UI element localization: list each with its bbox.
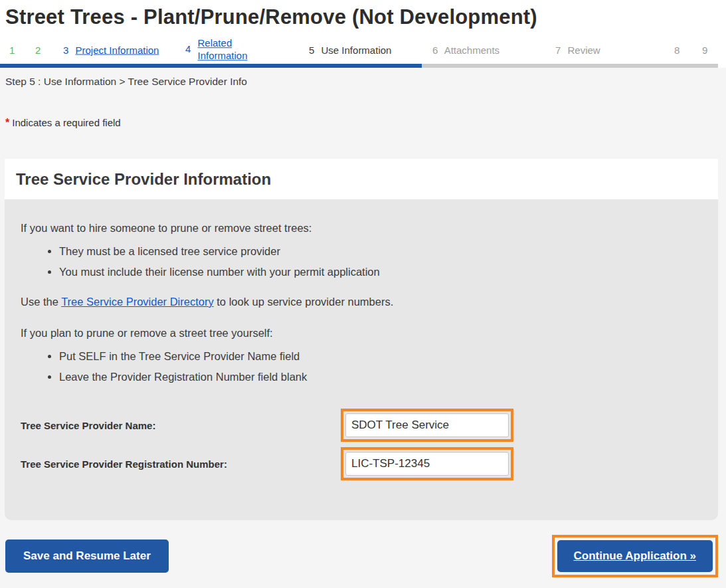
step-7-number: 7 [555, 45, 561, 56]
registration-number-row: Tree Service Provider Registration Numbe… [21, 447, 702, 480]
required-note-text: Indicates a required field [12, 117, 120, 128]
continue-application-button[interactable]: Continue Application » [557, 540, 713, 572]
step-3-number: 3 [63, 45, 68, 56]
required-field-note: *Indicates a required field [0, 88, 726, 129]
required-asterisk: * [5, 117, 9, 128]
list-item: You must include their license number wi… [59, 266, 702, 278]
registration-number-input[interactable] [345, 452, 509, 476]
continue-highlight-box: Continue Application » [552, 535, 718, 577]
provider-name-input[interactable] [345, 413, 509, 437]
page-header: Street Trees - Plant/Prune/Remove (Not D… [0, 0, 726, 68]
step-4-number: 4 [185, 43, 191, 54]
step-4-related-information: 4 Related Information [185, 37, 252, 62]
step-6-number: 6 [432, 45, 438, 56]
step-4-link[interactable]: Related Information [198, 37, 252, 62]
step-5-use-information: 5 Use Information [309, 45, 391, 56]
registration-number-label: Tree Service Provider Registration Numbe… [21, 458, 341, 470]
step-2: 2 [35, 45, 45, 56]
action-bar: Save and Resume Later Continue Applicati… [5, 535, 718, 577]
hire-bullet-list: They must be a licensed tree service pro… [21, 245, 702, 278]
step-7-label: Review [568, 45, 600, 56]
step-6-attachments: 6 Attachments [432, 45, 499, 56]
step-6-label: Attachments [444, 45, 499, 56]
step-1-number: 1 [9, 45, 15, 56]
step-8: 8 [674, 45, 683, 56]
intro-hire-text: If you want to hire someone to prune or … [21, 222, 702, 235]
step-2-number: 2 [35, 45, 41, 56]
save-and-resume-button[interactable]: Save and Resume Later [5, 539, 169, 573]
step-7-review: 7 Review [555, 45, 600, 56]
form-fields: Tree Service Provider Name: Tree Service… [21, 409, 702, 480]
step-3-project-information: 3 Project Information [63, 45, 159, 56]
step-9-number: 9 [702, 45, 707, 56]
step-5-label: Use Information [321, 45, 392, 56]
panel-title: Tree Service Provider Information [16, 170, 707, 189]
list-item: Leave the Provider Registration Number f… [59, 371, 702, 383]
directory-line-suffix: to look up service provider numbers. [214, 296, 394, 308]
panel-header: Tree Service Provider Information [5, 159, 718, 199]
step-1: 1 [9, 45, 19, 56]
step-9: 9 [702, 45, 711, 56]
tree-service-provider-panel: Tree Service Provider Information If you… [5, 159, 718, 520]
breadcrumb: Step 5 : Use Information > Tree Service … [0, 68, 726, 88]
directory-line-prefix: Use the [21, 296, 61, 308]
registration-number-highlight-box [341, 447, 513, 480]
directory-line: Use the Tree Service Provider Directory … [21, 296, 702, 308]
step-3-link[interactable]: Project Information [76, 45, 159, 56]
self-bullet-list: Put SELF in the Tree Service Provider Na… [21, 350, 702, 383]
step-8-number: 8 [674, 45, 680, 56]
intro-self-text: If you plan to prune or remove a street … [21, 327, 702, 340]
list-item: They must be a licensed tree service pro… [59, 245, 702, 258]
panel-body: If you want to hire someone to prune or … [5, 199, 718, 520]
list-item: Put SELF in the Tree Service Provider Na… [59, 350, 702, 363]
step-navigation: 1 2 3 Project Information 4 Related Info… [0, 36, 718, 64]
page-title: Street Trees - Plant/Prune/Remove (Not D… [0, 4, 726, 36]
tree-service-provider-directory-link[interactable]: Tree Service Provider Directory [61, 296, 214, 308]
provider-name-highlight-box [341, 409, 513, 442]
provider-name-label: Tree Service Provider Name: [21, 420, 341, 431]
step-5-number: 5 [309, 45, 314, 56]
provider-name-row: Tree Service Provider Name: [21, 409, 702, 442]
